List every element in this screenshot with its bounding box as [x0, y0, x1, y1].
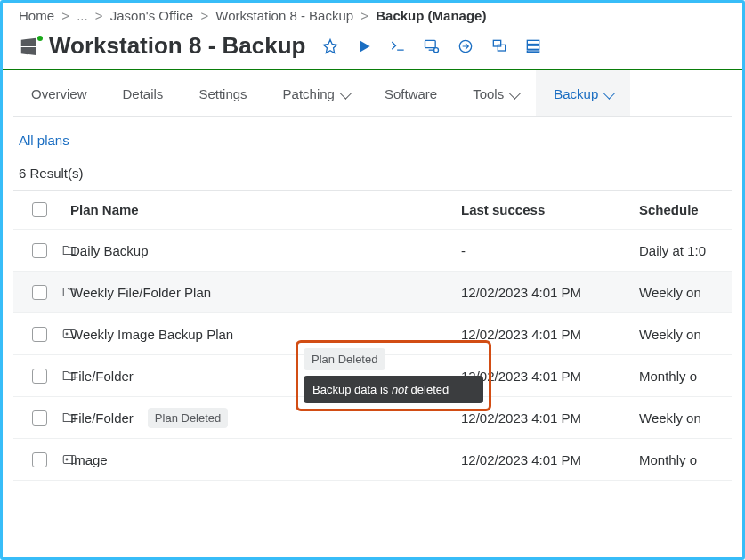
last-success: 12/02/2023 4:01 PM — [461, 369, 639, 384]
tab-software[interactable]: Software — [367, 70, 455, 116]
crumb-sep: > — [61, 8, 69, 23]
result-count: 6 Result(s) — [13, 166, 732, 190]
crumb-ellipsis[interactable]: ... — [77, 8, 88, 23]
schedule: Monthly o — [639, 369, 728, 384]
plan-name: File/Folder — [70, 369, 134, 384]
tab-label: Patching — [283, 86, 335, 101]
row-checkbox[interactable] — [32, 285, 47, 300]
tab-label: Details — [123, 86, 164, 101]
tab-label: Backup — [554, 86, 598, 101]
row-checkbox[interactable] — [32, 369, 47, 384]
crumb-office[interactable]: Jason's Office — [110, 8, 193, 23]
svg-rect-7 — [528, 51, 539, 53]
plan-name: Daily Backup — [70, 243, 149, 258]
tab-bar: OverviewDetailsSettingsPatchingSoftwareT… — [13, 70, 732, 117]
svg-rect-6 — [528, 45, 539, 49]
windows-multi-icon[interactable] — [490, 37, 508, 55]
svg-rect-0 — [425, 40, 436, 47]
table-row[interactable]: Image12/02/2023 4:01 PMMonthly o — [13, 439, 732, 481]
sync-icon[interactable] — [457, 37, 474, 55]
last-success: 12/02/2023 4:01 PM — [461, 285, 639, 300]
last-success: 12/02/2023 4:01 PM — [461, 327, 639, 342]
chevron-down-icon — [603, 86, 616, 99]
svg-rect-4 — [498, 45, 506, 51]
crumb-current: Backup (Manage) — [376, 8, 486, 23]
tab-overview[interactable]: Overview — [13, 70, 105, 116]
last-success: 12/02/2023 4:01 PM — [461, 410, 639, 426]
plan-name: File/Folder — [70, 410, 134, 426]
status-dot-online — [36, 34, 45, 43]
tab-label: Overview — [31, 86, 87, 101]
row-checkbox[interactable] — [32, 452, 47, 467]
schedule: Weekly on — [639, 285, 728, 300]
table-row[interactable]: Daily Backup-Daily at 1:0 — [13, 230, 732, 272]
last-success: - — [461, 243, 639, 258]
tab-label: Software — [385, 86, 437, 101]
select-all-checkbox[interactable] — [32, 202, 47, 217]
schedule: Monthly o — [639, 452, 728, 467]
tab-label: Tools — [473, 86, 504, 101]
page-title: Workstation 8 - Backup — [49, 32, 305, 60]
table-row[interactable]: Weekly File/Folder Plan12/02/2023 4:01 P… — [13, 272, 732, 313]
windows-icon — [19, 37, 42, 56]
tab-tools[interactable]: Tools — [455, 70, 536, 116]
svg-point-11 — [66, 459, 68, 460]
col-last-success[interactable]: Last success — [461, 202, 639, 217]
remote-desktop-icon[interactable] — [423, 37, 441, 55]
svg-rect-3 — [494, 40, 501, 46]
schedule: Weekly on — [639, 327, 728, 342]
schedule: Daily at 1:0 — [639, 243, 728, 258]
breadcrumb: Home > ... > Jason's Office > Workstatio… — [13, 8, 732, 25]
chevron-down-icon — [339, 86, 352, 99]
all-plans-link[interactable]: All plans — [19, 133, 69, 148]
svg-point-9 — [66, 333, 68, 335]
svg-rect-5 — [528, 40, 539, 44]
page-header: Workstation 8 - Backup — [13, 25, 732, 69]
chevron-down-icon — [509, 86, 522, 99]
plan-name: Weekly File/Folder Plan — [70, 285, 211, 300]
table-row[interactable]: File/FolderPlan Deleted12/02/2023 4:01 P… — [13, 397, 732, 439]
col-plan-name[interactable]: Plan Name — [70, 202, 461, 217]
run-icon[interactable] — [355, 37, 373, 55]
schedule: Weekly on — [639, 410, 728, 426]
row-checkbox[interactable] — [32, 243, 47, 258]
crumb-home[interactable]: Home — [19, 8, 54, 23]
tab-settings[interactable]: Settings — [181, 70, 264, 116]
table-header-row: Plan Name Last success Schedule — [13, 191, 732, 230]
tab-label: Settings — [198, 86, 247, 101]
server-icon[interactable] — [524, 37, 542, 55]
tab-backup[interactable]: Backup — [536, 70, 630, 116]
tab-patching[interactable]: Patching — [265, 70, 367, 116]
crumb-workstation[interactable]: Workstation 8 - Backup — [215, 8, 353, 23]
plans-table: Plan Name Last success Schedule Daily Ba… — [13, 190, 732, 481]
favorite-icon[interactable] — [321, 37, 339, 55]
table-row[interactable]: File/Folder12/02/2023 4:01 PMMonthly o — [13, 355, 732, 397]
row-checkbox[interactable] — [32, 410, 47, 426]
tab-details[interactable]: Details — [105, 70, 182, 116]
plan-name: Weekly Image Backup Plan — [70, 327, 233, 342]
plan-deleted-pill: Plan Deleted — [148, 408, 228, 428]
col-schedule[interactable]: Schedule — [639, 202, 728, 217]
last-success: 12/02/2023 4:01 PM — [461, 452, 639, 467]
table-row[interactable]: Weekly Image Backup Plan12/02/2023 4:01 … — [13, 313, 732, 355]
terminal-icon[interactable] — [389, 37, 407, 55]
row-checkbox[interactable] — [32, 327, 47, 342]
plan-name: Image — [70, 452, 108, 467]
